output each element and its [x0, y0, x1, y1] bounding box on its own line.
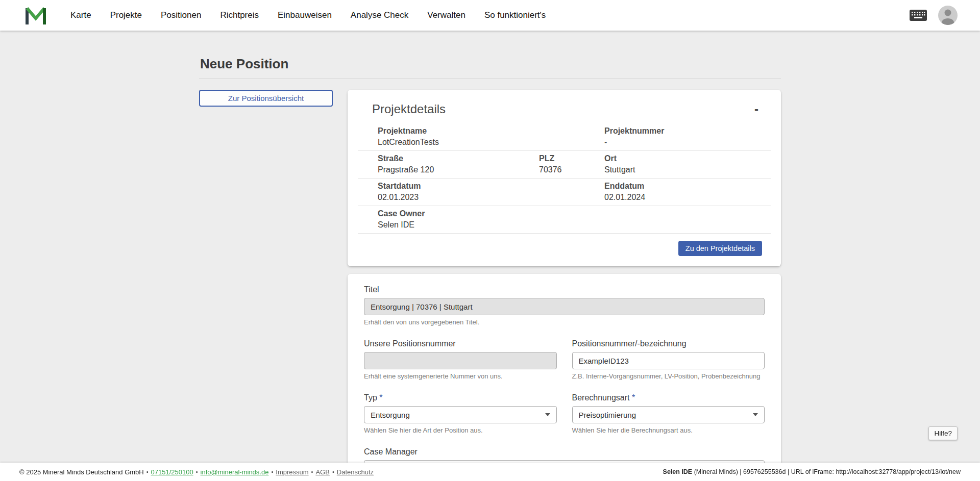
separator: • — [271, 469, 273, 475]
project-details-card: Projektdetails - Projektname LotCreation… — [348, 90, 781, 266]
collapse-icon[interactable]: - — [752, 103, 761, 115]
footer-left: © 2025 Mineral Minds Deutschland GmbH • … — [19, 468, 374, 476]
to-project-details-button[interactable]: Zu den Projektdetails — [678, 241, 762, 256]
table-row: Projektname LotCreationTests Projektnumm… — [358, 123, 771, 151]
table-row: Startdatum 02.01.2023 Enddatum 02.01.202… — [358, 179, 771, 206]
berechnungsart-hint: Wählen Sie hier die Berechnungsart aus. — [572, 426, 765, 434]
main-content: Neue Position Zur Positionsübersicht Pro… — [199, 31, 781, 481]
help-button[interactable]: Hilfe? — [928, 426, 958, 440]
form-row-numbers: Unsere Positionsnummer Erhält eine syste… — [364, 339, 765, 380]
projektname-label: Projektname — [378, 125, 604, 137]
nav-item-positionen[interactable]: Positionen — [161, 10, 201, 20]
form-row-type: Typ * Entsorgung Wählen Sie hier die Art… — [364, 393, 765, 434]
separator: • — [196, 469, 198, 475]
title-divider — [199, 78, 781, 79]
project-details-title: Projektdetails — [372, 102, 446, 116]
logo-icon — [24, 5, 47, 26]
projektnummer-value: - — [604, 137, 771, 148]
case-owner-label: Case Owner — [378, 208, 771, 219]
person-icon — [938, 6, 958, 25]
titel-group: Titel Erhält den von uns vorgegebenen Ti… — [364, 285, 765, 326]
position-form-card: Titel Erhält den von uns vorgegebenen Ti… — [348, 274, 781, 481]
berechnungsart-select[interactable]: Preisoptimierung — [572, 406, 765, 423]
top-navbar: Karte Projekte Positionen Richtpreis Ein… — [0, 0, 980, 31]
right-column: Projektdetails - Projektname LotCreation… — [348, 90, 781, 481]
startdatum-value: 02.01.2023 — [378, 192, 604, 203]
unsere-positionsnummer-input — [364, 352, 557, 369]
separator: • — [311, 469, 313, 475]
separator: • — [332, 469, 334, 475]
back-to-positions-button[interactable]: Zur Positionsübersicht — [199, 90, 333, 107]
field-strasse: Straße Pragstraße 120 — [378, 153, 539, 175]
typ-select-value: Entsorgung — [371, 411, 410, 419]
ort-value: Stuttgart — [604, 164, 771, 175]
nav-item-projekte[interactable]: Projekte — [110, 10, 142, 20]
typ-select[interactable]: Entsorgung — [364, 406, 557, 423]
nav-item-analyse-check[interactable]: Analyse Check — [351, 10, 408, 20]
positionsnummer-group: Positionsnummer/-bezeichnung Z.B. Intern… — [572, 339, 765, 380]
content-row: Zur Positionsübersicht Projektdetails - … — [199, 90, 781, 481]
field-startdatum: Startdatum 02.01.2023 — [378, 181, 604, 203]
berechnungsart-label-text: Berechnungsart — [572, 393, 630, 402]
typ-group: Typ * Entsorgung Wählen Sie hier die Art… — [364, 393, 557, 434]
required-marker: * — [379, 393, 382, 402]
datenschutz-link[interactable]: Datenschutz — [337, 468, 374, 476]
footer-session-info: Selen IDE (Mineral Minds) | 69576255536d… — [663, 468, 961, 475]
project-details-header: Projektdetails - — [348, 90, 781, 121]
agb-link[interactable]: AGB — [315, 468, 329, 476]
page-title: Neue Position — [200, 56, 781, 72]
unsere-positionsnummer-hint: Erhält eine systemgenerierte Nummer von … — [364, 372, 557, 380]
keyboard-icon[interactable] — [910, 10, 927, 21]
footer: © 2025 Mineral Minds Deutschland GmbH • … — [0, 463, 980, 481]
phone-link[interactable]: 07151/250100 — [151, 468, 193, 476]
user-avatar[interactable] — [938, 6, 958, 25]
email-link[interactable]: info@mineral-minds.de — [201, 468, 269, 476]
case-owner-value: Selen IDE — [378, 219, 771, 231]
plz-value: 70376 — [539, 164, 604, 175]
projektnummer-label: Projektnummer — [604, 125, 771, 137]
main-nav: Karte Projekte Positionen Richtpreis Ein… — [70, 10, 546, 20]
copyright-text: © 2025 Mineral Minds Deutschland GmbH — [19, 468, 144, 476]
nav-item-richtpreis[interactable]: Richtpreis — [220, 10, 259, 20]
field-projektnummer: Projektnummer - — [604, 125, 771, 148]
unsere-positionsnummer-group: Unsere Positionsnummer Erhält eine syste… — [364, 339, 557, 380]
unsere-positionsnummer-label: Unsere Positionsnummer — [364, 339, 557, 348]
strasse-label: Straße — [378, 153, 539, 164]
impressum-link[interactable]: Impressum — [276, 468, 308, 476]
titel-hint: Erhält den von uns vorgegebenen Titel. — [364, 318, 765, 326]
required-marker: * — [632, 393, 635, 402]
enddatum-value: 02.01.2024 — [604, 192, 771, 203]
typ-hint: Wählen Sie hier die Art der Position aus… — [364, 426, 557, 434]
enddatum-label: Enddatum — [604, 181, 771, 192]
table-row: Straße Pragstraße 120 PLZ 70376 Ort Stut… — [358, 151, 771, 179]
nav-item-verwalten[interactable]: Verwalten — [427, 10, 465, 20]
field-ort: Ort Stuttgart — [604, 153, 771, 175]
nav-item-so-funktionierts[interactable]: So funktioniert's — [484, 10, 546, 20]
footer-session-details: (Mineral Minds) | 69576255536d | URL of … — [692, 468, 961, 475]
positionsnummer-hint: Z.B. Interne-Vorgangsnummer, LV-Position… — [572, 372, 765, 380]
positionsnummer-label: Positionsnummer/-bezeichnung — [572, 339, 765, 348]
startdatum-label: Startdatum — [378, 181, 604, 192]
chevron-down-icon — [545, 413, 550, 416]
footer-user: Selen IDE — [663, 468, 693, 475]
typ-label-text: Typ — [364, 393, 377, 402]
project-details-actions: Zu den Projektdetails — [348, 234, 781, 266]
berechnungsart-group: Berechnungsart * Preisoptimierung Wählen… — [572, 393, 765, 434]
nav-item-karte[interactable]: Karte — [70, 10, 91, 20]
berechnungsart-select-value: Preisoptimierung — [579, 411, 636, 419]
navbar-right — [910, 6, 958, 25]
field-enddatum: Enddatum 02.01.2024 — [604, 181, 771, 203]
project-details-table: Projektname LotCreationTests Projektnumm… — [358, 123, 771, 234]
logo[interactable] — [24, 5, 47, 26]
separator: • — [146, 469, 149, 475]
field-plz: PLZ 70376 — [539, 153, 604, 175]
nav-item-einbauweisen[interactable]: Einbauweisen — [278, 10, 332, 20]
typ-label: Typ * — [364, 393, 557, 402]
field-case-owner: Case Owner Selen IDE — [378, 208, 771, 231]
berechnungsart-label: Berechnungsart * — [572, 393, 765, 402]
projektname-value: LotCreationTests — [378, 137, 604, 148]
ort-label: Ort — [604, 153, 771, 164]
positionsnummer-input[interactable] — [572, 352, 765, 369]
table-row: Case Owner Selen IDE — [358, 206, 771, 234]
strasse-value: Pragstraße 120 — [378, 164, 539, 175]
